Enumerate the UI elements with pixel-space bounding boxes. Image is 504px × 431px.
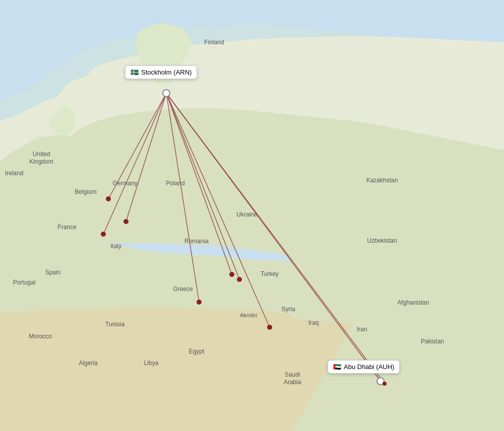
tunisia-label: Tunisia	[105, 321, 125, 328]
france-label: France	[57, 224, 77, 231]
italy-label: Italy	[110, 243, 121, 250]
svg-point-10	[163, 90, 170, 97]
spain-label: Spain	[45, 269, 61, 276]
iraq-label: Iraq	[308, 319, 319, 326]
ireland-label: Ireland	[5, 170, 24, 177]
uk-label2: Kingdom	[29, 158, 53, 165]
svg-point-14	[229, 272, 234, 277]
belgium-label: Belgium	[75, 188, 96, 195]
finland-label: Finland	[204, 39, 224, 46]
algeria-label: Algeria	[79, 360, 98, 367]
greece-label: Greece	[173, 285, 193, 293]
syria-label: Syria	[281, 306, 295, 313]
egypt-label: Egypt	[189, 348, 205, 355]
iran-label: Iran	[357, 326, 367, 333]
svg-point-19	[383, 382, 387, 386]
map-container: Finland United Kingdom Ireland Belgium G…	[0, 0, 504, 431]
ukraine-label: Ukraine	[236, 211, 258, 218]
svg-point-15	[237, 277, 242, 282]
pakistan-label: Pakistan	[421, 338, 444, 345]
germany-label: Germany	[112, 180, 137, 187]
morocco-label: Morocco	[29, 333, 52, 340]
libya-label: Libya	[144, 360, 159, 367]
portugal-label: Portugal	[13, 279, 36, 286]
svg-point-11	[106, 196, 111, 201]
akrotiri-label: Akrotiri	[240, 312, 257, 318]
svg-point-17	[267, 325, 272, 330]
romania-label: Romania	[184, 238, 209, 245]
kazakhstan-label: Kazakhstan	[366, 177, 398, 184]
turkey-label: Turkey	[261, 270, 279, 277]
saudi-label2: Arabia	[284, 379, 301, 386]
svg-point-13	[101, 232, 106, 237]
saudi-label: Saudi	[285, 371, 300, 378]
uzbekistan-label: Uzbekistan	[367, 237, 397, 244]
afghanistan-label: Afghanistan	[397, 299, 429, 306]
poland-label: Poland	[166, 180, 184, 187]
svg-point-16	[197, 300, 202, 305]
svg-point-12	[123, 219, 129, 224]
uk-label: United	[33, 151, 50, 158]
